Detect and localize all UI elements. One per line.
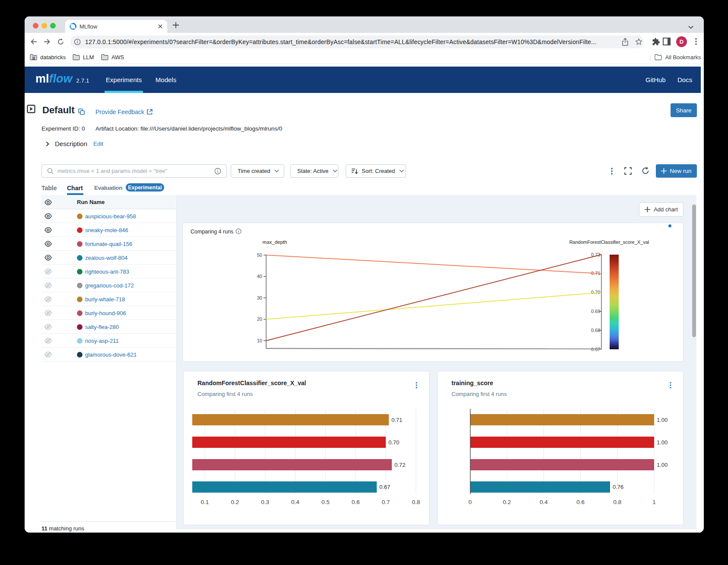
svg-text:0.4: 0.4 [291, 499, 299, 505]
svg-text:0.70: 0.70 [388, 439, 399, 446]
svg-text:0.71: 0.71 [391, 417, 402, 423]
svg-text:1.00: 1.00 [657, 439, 668, 446]
svg-text:0.8: 0.8 [613, 499, 621, 505]
svg-text:0.72: 0.72 [394, 462, 405, 468]
svg-text:1.00: 1.00 [657, 462, 668, 468]
svg-text:0.6: 0.6 [576, 499, 585, 505]
svg-text:50: 50 [257, 252, 262, 258]
svg-text:0.8: 0.8 [412, 499, 420, 505]
svg-text:0.68: 0.68 [591, 328, 600, 333]
svg-text:0: 0 [468, 499, 472, 505]
svg-text:max_depth: max_depth [263, 239, 287, 245]
svg-text:1: 1 [652, 499, 656, 505]
svg-text:0.3: 0.3 [261, 499, 269, 505]
svg-text:0.7: 0.7 [382, 499, 390, 505]
svg-text:0.5: 0.5 [321, 499, 330, 505]
svg-text:30: 30 [257, 295, 262, 300]
svg-text:10: 10 [257, 338, 262, 343]
svg-text:40: 40 [257, 274, 262, 279]
svg-text:RandomForestClassifier_score_X: RandomForestClassifier_score_X_val [569, 239, 649, 245]
svg-text:0.2: 0.2 [231, 499, 239, 505]
svg-text:0.1: 0.1 [201, 499, 209, 505]
svg-text:0.2: 0.2 [503, 499, 511, 505]
svg-text:0.67: 0.67 [379, 484, 390, 490]
svg-text:0.6: 0.6 [352, 499, 360, 505]
svg-text:0.69: 0.69 [591, 309, 600, 314]
svg-text:0.4: 0.4 [540, 499, 548, 505]
svg-text:20: 20 [257, 316, 262, 322]
svg-text:0.76: 0.76 [613, 484, 623, 490]
svg-text:1.00: 1.00 [657, 417, 668, 423]
